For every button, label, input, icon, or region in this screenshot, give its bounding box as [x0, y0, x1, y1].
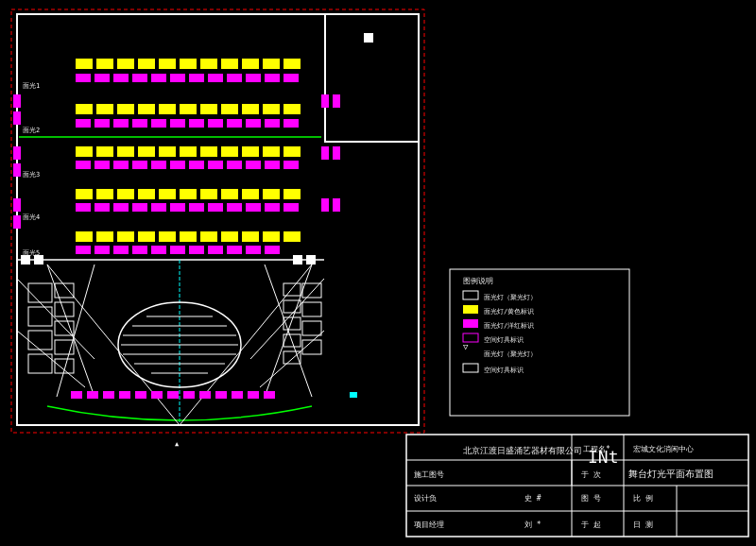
svg-rect-118 [189, 203, 204, 212]
svg-rect-181 [215, 391, 227, 399]
svg-rect-119 [208, 203, 223, 212]
svg-text:于 起: 于 起 [581, 520, 601, 529]
svg-rect-122 [265, 203, 280, 212]
svg-rect-95 [189, 161, 204, 169]
svg-rect-70 [170, 119, 185, 128]
svg-rect-24 [13, 215, 21, 229]
svg-rect-159 [55, 302, 74, 316]
svg-rect-107 [200, 189, 217, 199]
svg-line-7 [57, 264, 94, 397]
svg-rect-34 [138, 59, 155, 69]
svg-rect-86 [242, 146, 259, 157]
svg-rect-162 [55, 359, 74, 373]
svg-rect-1 [17, 14, 419, 425]
svg-rect-139 [151, 246, 166, 254]
svg-rect-144 [246, 246, 261, 254]
svg-rect-26 [333, 94, 340, 108]
svg-rect-62 [242, 104, 259, 114]
svg-rect-136 [94, 246, 110, 254]
svg-text:舞台灯光平面布置图: 舞台灯光平面布置图 [628, 469, 713, 479]
svg-rect-71 [189, 119, 204, 128]
svg-rect-23 [13, 198, 21, 212]
svg-rect-167 [284, 283, 301, 296]
svg-rect-44 [113, 74, 129, 82]
svg-rect-15 [21, 255, 30, 264]
svg-rect-63 [263, 104, 280, 114]
svg-rect-56 [117, 104, 134, 114]
svg-rect-174 [103, 391, 114, 399]
svg-rect-166 [302, 340, 321, 354]
svg-text:图例说明: 图例说明 [463, 277, 493, 285]
svg-rect-57 [138, 104, 155, 114]
svg-rect-39 [242, 59, 259, 69]
svg-text:设计负: 设计负 [414, 494, 437, 503]
svg-rect-54 [76, 104, 93, 114]
svg-rect-132 [242, 231, 259, 242]
svg-rect-68 [132, 119, 147, 128]
svg-rect-120 [227, 203, 242, 212]
svg-rect-172 [71, 391, 82, 399]
svg-rect-87 [263, 146, 280, 157]
svg-rect-111 [284, 189, 301, 199]
svg-rect-64 [284, 104, 301, 114]
svg-rect-67 [113, 119, 129, 128]
svg-rect-105 [159, 189, 176, 199]
svg-rect-133 [263, 231, 280, 242]
svg-rect-160 [55, 321, 74, 335]
svg-rect-170 [284, 334, 301, 347]
svg-rect-47 [170, 74, 185, 82]
svg-rect-69 [151, 119, 166, 128]
svg-text:▽: ▽ [463, 342, 469, 351]
svg-text:日 测: 日 测 [633, 520, 653, 529]
svg-text:面光灯/洋红标识: 面光灯/洋红标识 [484, 322, 534, 330]
svg-rect-138 [132, 246, 147, 254]
svg-rect-38 [221, 59, 238, 69]
svg-rect-75 [265, 119, 280, 128]
svg-rect-18 [306, 255, 316, 264]
svg-rect-96 [208, 161, 223, 169]
svg-rect-100 [284, 161, 299, 169]
svg-rect-108 [221, 189, 238, 199]
svg-text:面光灯/黄色标识: 面光灯/黄色标识 [484, 308, 534, 316]
svg-rect-169 [284, 317, 301, 330]
svg-text:面光1: 面光1 [23, 82, 40, 90]
svg-rect-65 [76, 119, 91, 128]
svg-rect-35 [159, 59, 176, 69]
svg-rect-97 [227, 161, 242, 169]
svg-text:面光灯（聚光灯）: 面光灯（聚光灯） [484, 294, 537, 301]
svg-rect-194 [463, 291, 478, 299]
svg-rect-137 [113, 246, 129, 254]
svg-line-10 [265, 264, 312, 397]
svg-rect-204 [463, 364, 478, 372]
svg-text:图 号: 图 号 [581, 494, 601, 503]
svg-line-14 [260, 331, 324, 387]
svg-rect-32 [96, 59, 113, 69]
svg-rect-168 [284, 300, 301, 313]
svg-line-9 [180, 264, 312, 425]
svg-rect-89 [76, 161, 91, 169]
svg-rect-41 [284, 59, 301, 69]
svg-rect-33 [117, 59, 134, 69]
svg-rect-109 [242, 189, 259, 199]
svg-text:工程名*: 工程名* [583, 445, 610, 453]
svg-rect-184 [264, 391, 275, 399]
svg-rect-200 [463, 333, 478, 342]
svg-text:史 #: 史 # [524, 494, 541, 503]
svg-rect-92 [132, 161, 147, 169]
svg-rect-72 [208, 119, 223, 128]
svg-text:空间灯具标识: 空间灯具标识 [484, 336, 524, 344]
svg-rect-25 [321, 94, 329, 108]
svg-rect-46 [151, 74, 166, 82]
svg-line-12 [17, 331, 85, 387]
svg-rect-104 [138, 189, 155, 199]
svg-rect-37 [200, 59, 217, 69]
svg-text:宏城文化消闲中心: 宏城文化消闲中心 [633, 445, 694, 453]
svg-rect-161 [55, 340, 74, 354]
svg-rect-180 [199, 391, 211, 399]
svg-rect-145 [265, 246, 280, 254]
svg-line-8 [265, 264, 312, 397]
svg-rect-187 [450, 269, 629, 416]
svg-rect-154 [28, 283, 52, 302]
svg-rect-88 [284, 146, 301, 157]
svg-rect-179 [183, 391, 195, 399]
